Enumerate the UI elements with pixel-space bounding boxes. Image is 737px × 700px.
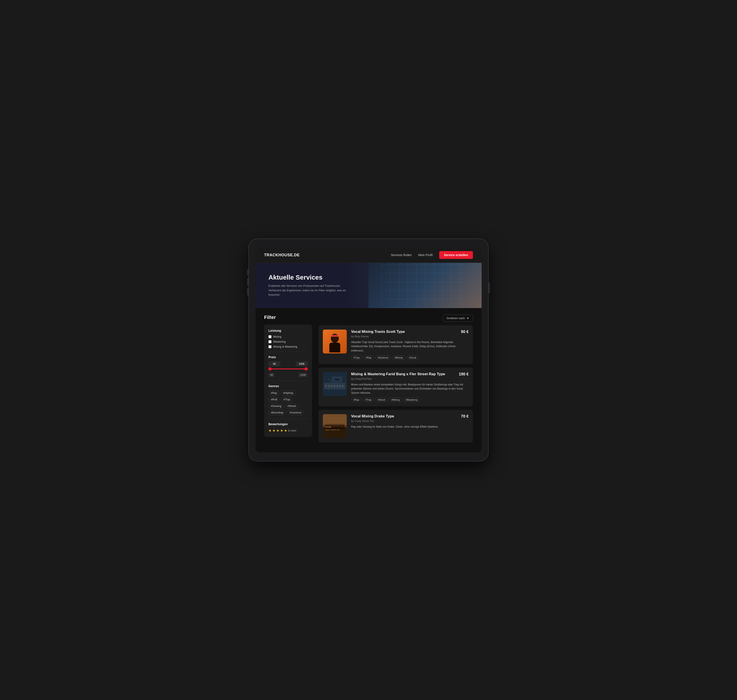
service-tags-1: #Rap#Trap#Street#Mixing#Mastering <box>351 398 469 402</box>
genre-tag-Trap[interactable]: #Trap <box>281 397 293 402</box>
volume-down-button[interactable] <box>247 288 248 296</box>
service-tag: #Rap <box>363 356 374 360</box>
service-card-header-2: Vocal Mixing Drake Type 70 € <box>351 414 469 419</box>
price-slider-track <box>268 369 308 369</box>
genre-tag-Street[interactable]: #Street <box>285 403 298 409</box>
price-range-max: 100€ <box>298 373 308 377</box>
svg-point-12 <box>342 385 344 387</box>
service-author-0: by Mojo Ranna <box>351 335 469 338</box>
service-tag: #Trap <box>351 356 362 360</box>
hero-title: Aktuelle Services <box>268 274 351 281</box>
service-description-2: Rap oder Gesang im Style von Drake. Clea… <box>351 425 469 429</box>
price-range-min: 0€ <box>268 373 275 377</box>
service-author-1: by UmeaTheTitan <box>351 377 469 381</box>
service-info-2: Vocal Mixing Drake Type 70 € by Crazy Ho… <box>351 414 469 438</box>
genre-tag-HipHop[interactable]: #HipHop <box>281 390 296 396</box>
service-title-0: Vocal Mixing Travis Scott Type <box>351 329 405 334</box>
genre-tag-Autotune[interactable]: #Autotune <box>287 410 304 415</box>
filter-title: Filter <box>264 315 312 320</box>
star-1: ★ <box>268 428 271 432</box>
checkbox-mastering-label: Mastering <box>273 340 286 343</box>
checkbox-mixing-mastering-input[interactable] <box>268 345 271 348</box>
checkbox-mixing-mastering-label: Mixing & Mastering <box>273 345 297 348</box>
service-card-header-1: Mixing & Mastering Farid Bang x Fler Str… <box>351 372 469 376</box>
studio-figure <box>323 372 347 396</box>
svg-point-14 <box>334 378 340 381</box>
navbar: TRACKHOUSE.DE Services finden Mein Profi… <box>255 248 482 263</box>
service-thumbnail-1 <box>323 372 347 396</box>
star-5: ★ <box>284 428 287 432</box>
service-card-2[interactable]: CLUB CRAZY HORSE TOO Vocal Mixing Drake … <box>318 410 473 443</box>
service-description-1: Mixen und Mastern eines kompletten Songs… <box>351 382 469 395</box>
main-content: Filter Leistung Mixing Mastering Mi <box>255 308 482 452</box>
svg-rect-21 <box>323 414 347 425</box>
svg-rect-1 <box>329 343 340 352</box>
checkbox-mastering[interactable]: Mastering <box>268 340 308 343</box>
brand-logo: TRACKHOUSE.DE <box>264 253 300 257</box>
service-tags-0: #Trap#Rap#Autotune#Mixing#Vocal <box>351 356 469 360</box>
checkbox-mixing-mastering[interactable]: Mixing & Mastering <box>268 345 308 348</box>
volume-up-button[interactable] <box>247 278 248 286</box>
genre-tag-RnB[interactable]: #RnB <box>268 397 280 402</box>
svg-text:CRAZY HORSE TOO: CRAZY HORSE TOO <box>325 429 340 431</box>
checkbox-mixing-label: Mixing <box>273 335 282 338</box>
service-tag: #Mastering <box>403 398 420 402</box>
hero-section: Aktuelle Services Entdecke alle Services… <box>255 263 482 308</box>
drake-figure: CLUB CRAZY HORSE TOO <box>323 414 347 438</box>
service-tag: #Mixing <box>392 356 405 360</box>
service-author-2: by Crazy Horse Too <box>351 419 469 423</box>
mute-button[interactable] <box>247 269 248 275</box>
filter-sidebar: Filter Leistung Mixing Mastering Mi <box>264 315 312 446</box>
service-card-header-0: Vocal Mixing Travis Scott Type 90 € <box>351 329 469 334</box>
services-list: Sortieren nach ▼ <box>318 315 473 446</box>
service-card-0[interactable]: Vocal Mixing Travis Scott Type 90 € by M… <box>318 325 473 364</box>
filter-panel: Leistung Mixing Mastering Mixing & Maste… <box>264 325 312 437</box>
price-min-input[interactable] <box>268 362 280 366</box>
nav-mein-profil[interactable]: Mein Profil <box>418 253 433 257</box>
hero-content: Aktuelle Services Entdecke alle Services… <box>268 274 351 297</box>
service-description-0: Aktueller Trap Vocal Sound (wie Travis S… <box>351 340 469 353</box>
service-erstellen-button[interactable]: Service erstellen <box>439 251 473 259</box>
checkbox-mixing[interactable]: Mixing <box>268 335 308 338</box>
sort-dropdown[interactable]: Sortieren nach ▼ <box>443 315 473 322</box>
power-button[interactable] <box>489 282 490 293</box>
divider-2 <box>268 381 308 381</box>
price-inputs <box>268 362 308 366</box>
service-price-1: 190 € <box>459 372 469 376</box>
svg-point-8 <box>331 385 333 387</box>
services-header: Sortieren nach ▼ <box>318 315 473 322</box>
checkbox-mixing-input[interactable] <box>268 335 271 338</box>
service-tag: #Trap <box>363 398 374 402</box>
service-tag: #Rap <box>351 398 361 402</box>
genre-tag-Rap[interactable]: #Rap <box>268 390 280 396</box>
price-slider-fill <box>268 369 308 369</box>
genre-tag-Boombap[interactable]: #Boombap <box>268 410 286 415</box>
svg-point-9 <box>334 385 335 387</box>
star-3: ★ <box>276 428 279 432</box>
service-tag: #Mixing <box>389 398 402 402</box>
genres-section-title: Genres <box>268 384 308 388</box>
star-2: ★ <box>272 428 276 432</box>
svg-point-7 <box>328 385 330 387</box>
svg-point-2 <box>331 334 338 341</box>
checkbox-mastering-input[interactable] <box>268 340 271 343</box>
nav-services-finden[interactable]: Services finden <box>391 253 412 257</box>
price-slider-thumb-right[interactable] <box>305 368 308 371</box>
leistung-section-title: Leistung <box>268 329 308 332</box>
travis-figure <box>326 331 343 352</box>
sort-dropdown-label: Sortieren nach <box>447 316 465 320</box>
star-4: ★ <box>280 428 283 432</box>
bewertungen-section-title: Bewertungen <box>268 422 308 426</box>
price-slider-thumb-left[interactable] <box>268 368 271 371</box>
genre-tag-Gesang[interactable]: #Gesang <box>268 403 284 409</box>
chevron-down-icon: ▼ <box>467 317 469 320</box>
svg-point-6 <box>325 385 327 387</box>
service-card-1[interactable]: Mixing & Mastering Farid Bang x Fler Str… <box>318 368 473 406</box>
price-max-input[interactable] <box>296 362 308 366</box>
service-thumbnail-0 <box>323 329 347 353</box>
mehr-label: & mehr <box>288 429 296 432</box>
divider-3 <box>268 419 308 419</box>
service-title-1: Mixing & Mastering Farid Bang x Fler Str… <box>351 372 445 376</box>
genre-tags: #Rap#HipHop#RnB#Trap#Gesang#Street#Boomb… <box>268 390 308 415</box>
svg-text:CLUB: CLUB <box>326 426 331 428</box>
